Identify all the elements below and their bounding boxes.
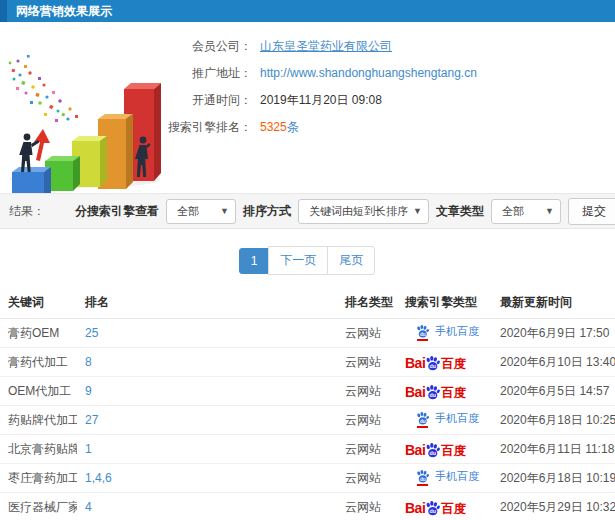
filter-controls: 分搜索引擎查看 全部 ▼ 排序方式 关键词由短到长排序 ▼ 文章类型 全部 ▼ … <box>75 198 615 225</box>
updated-cell: 2020年6月5日 14:57 <box>492 377 615 406</box>
info-field-label: 推广地址： <box>160 65 252 82</box>
baidu-logo: Baidu百度 <box>405 440 466 457</box>
submit-button[interactable]: 提交 <box>568 198 615 225</box>
chevron-down-icon: ▼ <box>413 200 422 223</box>
baidu-logo-cn: 百度 <box>441 503 466 516</box>
rank-link[interactable]: 1 <box>85 442 92 456</box>
updated-cell: 2020年6月9日 17:50 <box>492 319 615 348</box>
baidu-paw-icon: du <box>424 384 441 401</box>
red-underline <box>417 339 428 341</box>
col-header-engine-type: 搜索引擎类型 <box>397 287 492 319</box>
baidu-paw-icon: du <box>415 324 430 339</box>
rank-link[interactable]: 9 <box>85 384 92 398</box>
col-header-updated: 最新更新时间 <box>492 287 615 319</box>
rank-cell: 8 <box>77 348 337 377</box>
mobile-baidu-logo: du手机百度 <box>405 469 479 484</box>
rank-type-cell: 云网站 <box>337 435 397 464</box>
table-row: OEM代加工9云网站Baidu百度2020年6月5日 14:57 <box>0 377 615 406</box>
baidu-paw-icon: du <box>415 411 430 426</box>
keyword-cell: 北京膏药贴牌 <box>0 435 77 464</box>
rank-link[interactable]: 25 <box>85 326 98 340</box>
rank-type-cell: 云网站 <box>337 348 397 377</box>
red-underline <box>417 484 428 486</box>
table-row: 医疗器械厂家4云网站Baidu百度2020年5月29日 10:32 <box>0 493 615 520</box>
engine-cell: Baidu百度 <box>397 435 492 464</box>
promo-url-link[interactable]: http://www.shandonghuangshengtang.cn <box>260 66 477 80</box>
mobile-baidu-logo: du手机百度 <box>405 411 479 426</box>
engine-cell: du手机百度 <box>397 406 492 435</box>
rank-cell: 9 <box>77 377 337 406</box>
table-body: 膏药OEM25云网站du手机百度2020年6月9日 17:50膏药代加工8云网站… <box>0 319 615 520</box>
bar-chart-3d-image <box>0 27 170 193</box>
baidu-logo-cn: 百度 <box>441 387 466 400</box>
rank-link[interactable]: 1,4,6 <box>85 471 112 485</box>
info-field-value: 2019年11月20日 09:08 <box>252 92 382 109</box>
col-header-keyword: 关键词 <box>0 287 77 319</box>
mobile-baidu-label: 手机百度 <box>435 411 479 426</box>
page-last[interactable]: 尾页 <box>327 246 375 275</box>
mobile-baidu-logo: du手机百度 <box>405 324 479 339</box>
engine-cell: Baidu百度 <box>397 348 492 377</box>
titlebar-accent-strip <box>0 0 7 22</box>
updated-cell: 2020年5月29日 10:32 <box>492 493 615 520</box>
baidu-logo-bai: Bai <box>405 443 425 457</box>
baidu-paw-icon: du <box>424 355 441 372</box>
updated-cell: 2020年6月18日 10:19 <box>492 464 615 493</box>
rank-link[interactable]: 8 <box>85 355 92 369</box>
page-current[interactable]: 1 <box>239 248 270 274</box>
marketing-chart-illustration <box>0 27 170 193</box>
engine-filter-label: 分搜索引擎查看 <box>75 203 159 220</box>
svg-text:du: du <box>430 363 436 369</box>
svg-text:du: du <box>430 392 436 398</box>
baidu-paw-icon: du <box>424 355 441 372</box>
info-field-label: 开通时间： <box>160 92 252 109</box>
baidu-logo: Baidu百度 <box>405 353 466 370</box>
keyword-cell: 膏药OEM <box>0 319 77 348</box>
table-row: 膏药代加工8云网站Baidu百度2020年6月10日 13:40 <box>0 348 615 377</box>
col-header-rank-type: 排名类型 <box>337 287 397 319</box>
rank-link[interactable]: 27 <box>85 413 98 427</box>
info-field-value: 5325条 <box>252 119 299 136</box>
engine-cell: du手机百度 <box>397 464 492 493</box>
engine-cell: du手机百度 <box>397 319 492 348</box>
pagination: 1下一页尾页 <box>0 246 615 275</box>
keyword-cell: 药贴牌代加工 <box>0 406 77 435</box>
rank-type-cell: 云网站 <box>337 406 397 435</box>
baidu-paw-icon: du <box>424 442 441 459</box>
company-link[interactable]: 山东皇圣堂药业有限公司 <box>260 39 392 53</box>
updated-cell: 2020年6月10日 13:40 <box>492 348 615 377</box>
sort-value: 关键词由短到长排序 <box>309 205 408 217</box>
baidu-paw-icon: du <box>424 442 441 459</box>
info-field-label: 搜索引擎排名： <box>160 119 252 136</box>
red-underline <box>417 426 428 428</box>
article-type-select[interactable]: 全部 ▼ <box>491 199 561 224</box>
keyword-rank-table: 关键词 排名 排名类型 搜索引擎类型 最新更新时间 膏药OEM25云网站du手机… <box>0 287 615 520</box>
table-row: 膏药OEM25云网站du手机百度2020年6月9日 17:50 <box>0 319 615 348</box>
info-row: 推广地址：http://www.shandonghuangshengtang.c… <box>160 65 477 79</box>
rank-count-value: 5325 <box>260 120 287 134</box>
mobile-baidu-label: 手机百度 <box>435 469 479 484</box>
rank-link[interactable]: 4 <box>85 500 92 514</box>
baidu-paw-icon: du <box>415 411 430 426</box>
result-label: 结果： <box>9 203 45 220</box>
filter-bar: 结果： 分搜索引擎查看 全部 ▼ 排序方式 关键词由短到长排序 ▼ 文章类型 全… <box>0 193 615 229</box>
page-next[interactable]: 下一页 <box>268 246 328 275</box>
baidu-paw-icon: du <box>424 500 441 517</box>
baidu-paw-icon: du <box>415 324 430 339</box>
sort-select[interactable]: 关键词由短到长排序 ▼ <box>298 199 429 224</box>
svg-text:du: du <box>430 450 436 456</box>
engine-filter-value: 全部 <box>177 205 199 217</box>
svg-text:du: du <box>420 332 426 337</box>
rank-cell: 1 <box>77 435 337 464</box>
keyword-cell: 膏药代加工 <box>0 348 77 377</box>
engine-filter-select[interactable]: 全部 ▼ <box>166 199 236 224</box>
updated-cell: 2020年6月18日 10:25 <box>492 406 615 435</box>
page-title: 网络营销效果展示 <box>16 4 112 18</box>
info-row: 开通时间：2019年11月20日 09:08 <box>160 92 477 106</box>
baidu-paw-icon: du <box>424 384 441 401</box>
baidu-logo-cn: 百度 <box>441 445 466 458</box>
sort-label: 排序方式 <box>243 203 291 220</box>
keyword-cell: 医疗器械厂家 <box>0 493 77 520</box>
info-fields: 会员公司：山东皇圣堂药业有限公司推广地址：http://www.shandong… <box>160 38 477 146</box>
rank-cell: 1,4,6 <box>77 464 337 493</box>
